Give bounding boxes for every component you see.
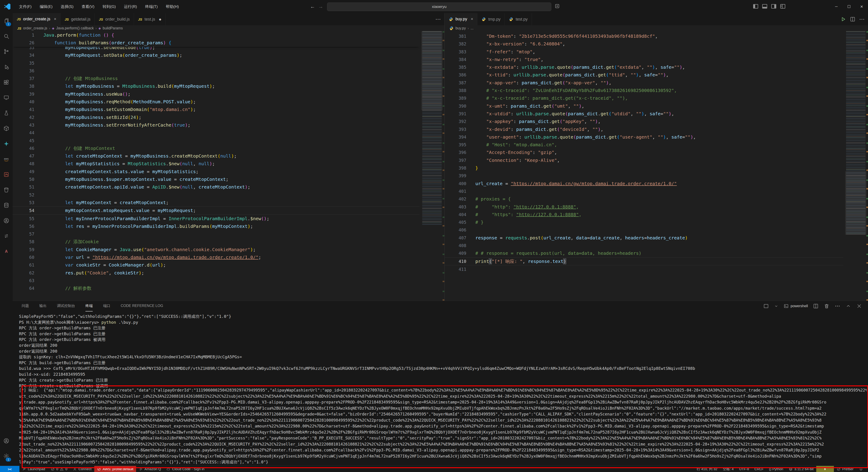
cursor-position-item[interactable]: 行 410, 列 32 — [694, 466, 720, 472]
code-line-50[interactable]: 50 myMtopBusiness.$super.mtopContext.val… — [13, 176, 420, 183]
language-item[interactable]: {} Python — [766, 466, 786, 472]
sync-arrows-button[interactable] — [0, 228, 13, 244]
split-editor-icon[interactable] — [850, 16, 856, 22]
code-line-385[interactable]: 385 "x-extdata": urllib.parse.quote(para… — [445, 63, 843, 71]
code-line-408[interactable]: 408 — [445, 242, 843, 249]
command-center-extra-icon[interactable] — [554, 3, 560, 9]
sticky-line-1[interactable]: 1Java.perform(function () { — [13, 31, 420, 39]
breadcrumb-item[interactable]: Java.perform() callback — [56, 26, 94, 30]
close-panel-icon[interactable] — [856, 303, 862, 309]
tab-buy.py[interactable]: buy.py× — [445, 13, 477, 25]
code-line-390[interactable]: 390 "x-umt": params_dict.get("umt", ""), — [445, 102, 843, 110]
code-line-53[interactable]: 53 let myMtopContext = createMtopContext… — [13, 199, 420, 207]
eol-item[interactable]: CRLF — [752, 466, 766, 472]
breadcrumb[interactable]: buy.py›... — [445, 25, 868, 31]
panel-tab-端口[interactable]: 端口 — [103, 301, 110, 311]
tab-getdetail.js[interactable]: JSgetdetail.js — [61, 13, 95, 25]
terminal-profile-chevron-icon[interactable] — [774, 304, 778, 308]
amazon-q-sparkle-button[interactable] — [0, 136, 13, 152]
close-tab-icon[interactable]: × — [471, 17, 473, 22]
cloudwatch-button[interactable] — [0, 167, 13, 182]
code-line-410[interactable]: 410print("[*] 响应: ", response.text) — [445, 257, 843, 265]
panel-tab-CODE REFERENCE LOG[interactable]: CODE REFERENCE LOG — [121, 301, 163, 311]
code-line-42[interactable]: 42 myMtopBusiness.setBizId(24); — [13, 114, 420, 121]
s3-bucket-button[interactable] — [0, 182, 13, 197]
menu-编辑[interactable]: 编辑(E) — [37, 3, 56, 11]
code-line-63[interactable]: 63 — [13, 277, 420, 284]
code-line-59[interactable]: 59 let CookieManager = Java.use("anetwor… — [13, 246, 420, 253]
code-line-381[interactable]: 381 "Dm-token": "2b1e713e5c9d0555c96f6f4… — [445, 32, 843, 40]
code-line-47[interactable]: 47 let createMtopContext = myMtopBusines… — [13, 152, 420, 160]
tab-test.py[interactable]: test.py — [505, 13, 532, 25]
editor-more-actions-icon[interactable]: ⋯ — [435, 16, 441, 22]
code-line-388[interactable]: 388 # "x-c-traceid": "ZvLUnEehIFsDAENyYb… — [445, 87, 843, 94]
aws-button[interactable]: aws — [0, 152, 13, 167]
code-line-384[interactable]: 384 "x-nw-retry": "true", — [445, 56, 843, 63]
code-line-400[interactable]: 400url_create = "https://mtop.damai.cn/g… — [445, 180, 843, 187]
tab-tmp.py[interactable]: tmp.py — [477, 13, 505, 25]
code-line-45[interactable]: 45 — [13, 137, 420, 145]
breadcrumb-item[interactable]: buy.py — [456, 26, 466, 30]
toggle-panel-icon[interactable] — [761, 3, 768, 10]
code-line-395[interactable]: 395 # "Host": "mtop.damai.cn", — [445, 141, 843, 149]
split-terminal-icon[interactable] — [813, 303, 819, 309]
run-python-file-icon[interactable] — [840, 16, 846, 22]
code-line-60[interactable]: 60 var url = "https://mtop.damai.cn/gw/m… — [13, 253, 420, 261]
sticky-line-26[interactable]: 26 function buildParams(order_create_par… — [13, 39, 420, 46]
explorer-button[interactable]: 1 — [0, 13, 13, 29]
code-line-49[interactable]: 49 createMtopContext.stats.value = myMto… — [13, 168, 420, 176]
code-line-34[interactable]: 34 myMtopRequest.setData(order_create_pa… — [13, 51, 420, 59]
panel-tab-终端[interactable]: 终端 — [86, 301, 93, 312]
menu-帮助[interactable]: 帮助(H) — [163, 3, 182, 11]
launchpad-item[interactable]: Launchpad — [20, 466, 48, 472]
code-line-383[interactable]: 383 "f-refer": "mtop", — [445, 48, 843, 56]
code-line-37[interactable]: 37 // 创建 MtopBusiness — [13, 74, 420, 82]
menu-文件[interactable]: 文件(F) — [16, 3, 35, 11]
panel-tab-问题[interactable]: 问题 — [22, 301, 29, 311]
code-line-56[interactable]: 56 let res = myInnerProtocolParamBuilder… — [13, 222, 420, 230]
code-line-46[interactable]: 46 // 创建 MtopContext — [13, 145, 420, 152]
code-line-393[interactable]: 393 "x-devid": params_dict.get("deviceId… — [445, 125, 843, 133]
terminal-output-highlighted[interactable]: [*] 响应: {"api":"mtop.damai.trade.order.c… — [13, 387, 867, 465]
extensions-button[interactable] — [0, 74, 13, 90]
run-debug-button[interactable] — [0, 59, 13, 74]
code-line-38[interactable]: 38 let myMtopBusiness = MtopBusiness.bui… — [13, 82, 420, 90]
tab-order_build.js[interactable]: JSorder_build.js — [95, 13, 134, 25]
code-line-39[interactable]: 39 myMtopBusiness.useWua(); — [13, 90, 420, 98]
breadcrumb[interactable]: JSorder_create.js›◈Java.perform() callba… — [13, 25, 444, 31]
minimap[interactable] — [421, 31, 442, 301]
remote-explorer-button[interactable] — [0, 90, 13, 105]
close-window-button[interactable]: ✕ — [855, 0, 868, 13]
code-line-41[interactable]: 41 myMtopBusiness.setCustomDomain("mtop.… — [13, 105, 420, 113]
menu-运行[interactable]: 运行(R) — [121, 3, 140, 11]
code-line-51[interactable]: 51 createMtopContext.apiId.value = ApiID… — [13, 183, 420, 191]
code-line-52[interactable]: 52 — [13, 191, 420, 199]
minimap[interactable] — [845, 31, 866, 301]
indentation-item[interactable]: 空格: 4 — [720, 466, 736, 472]
interpreter-item[interactable]: 3.11.2 64-bit — [786, 466, 816, 472]
tab-order_create.js[interactable]: JSorder_create.js× — [13, 13, 61, 25]
code-line-396[interactable]: 396 "Accept-Encoding": "gzip", — [445, 149, 843, 156]
red-letter-a-button[interactable]: A — [0, 244, 13, 259]
code-line-399[interactable]: 399 — [445, 172, 843, 180]
settings-gear-button[interactable]: 1 — [0, 448, 13, 464]
code-line-394[interactable]: 394 "user-agent": urllib.parse.quote(par… — [445, 133, 843, 141]
code-line-406[interactable]: 406 — [445, 226, 843, 234]
code-line-57[interactable]: 57 — [13, 230, 420, 238]
menu-终端[interactable]: 终端(T) — [142, 3, 161, 11]
package-button[interactable] — [0, 121, 13, 136]
command-center-search[interactable]: xiaoeryu — [327, 2, 551, 11]
testing-button[interactable] — [0, 105, 13, 121]
code-line-55[interactable]: 55 let myInnerProtocolParamBuilderImpl =… — [13, 215, 420, 222]
maximize-panel-icon[interactable] — [845, 303, 851, 309]
code-line-43[interactable]: 43 myMtopBusiness.setErrorNotifyAfterCac… — [13, 121, 420, 129]
breadcrumb-item[interactable]: buildParams — [103, 26, 123, 30]
tab-test.js[interactable]: JStest.js● — [134, 13, 166, 25]
cloud-code-item[interactable]: Cloud Code - Sign in — [164, 466, 207, 472]
toggle-sidebar-icon[interactable] — [752, 3, 759, 10]
aws-profile-item[interactable]: AWS: profile:default — [94, 466, 136, 472]
code-line-40[interactable]: 40 myMtopBusiness.reqMethod(MethodEnum.P… — [13, 98, 420, 105]
more-actions-icon[interactable] — [835, 303, 840, 309]
remote-indicator[interactable]: >< — [0, 466, 20, 472]
code-line-44[interactable]: 44 — [13, 129, 420, 136]
